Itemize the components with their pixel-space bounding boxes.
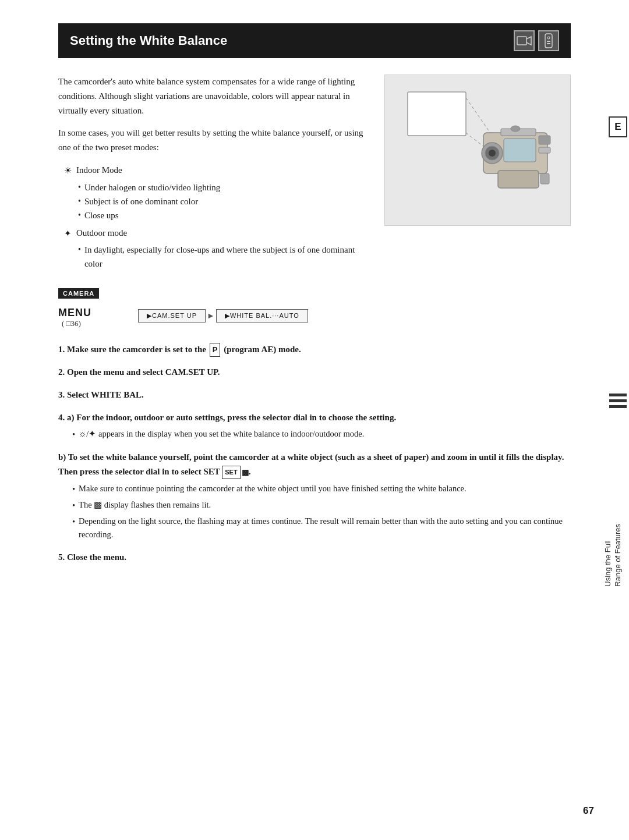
svg-rect-12 — [504, 139, 536, 162]
step-4b-sub-2: The ▩ display flashes then remains lit. — [72, 498, 571, 513]
p-symbol: P — [210, 343, 221, 356]
intro-text: The camcorder's auto white balance syste… — [58, 75, 367, 274]
indoor-mode-label: Indoor Mode — [76, 163, 122, 178]
step-3: 3. Select WHITE BAL. — [58, 388, 571, 402]
intro-paragraph-2: In some cases, you will get better resul… — [58, 126, 367, 155]
outdoor-icon: ✦ — [64, 226, 72, 241]
main-content: Setting the White Balance — [58, 23, 582, 565]
outdoor-mode-item: ✦ Outdoor mode — [64, 226, 367, 241]
intro-section: The camcorder's auto white balance syste… — [58, 75, 571, 274]
step-1-num: 1. — [58, 345, 65, 354]
intro-paragraph-1: The camcorder's auto white balance syste… — [58, 75, 367, 118]
step-5-text: 5. Close the menu. — [58, 552, 126, 562]
step-5: 5. Close the menu. — [58, 550, 571, 565]
svg-rect-16 — [540, 173, 549, 184]
svg-point-18 — [511, 126, 520, 132]
step-2-text: 2. Open the menu and select CAM.SET UP. — [58, 367, 220, 377]
section-letter-e: E — [609, 116, 627, 137]
side-tab: E — [607, 116, 629, 408]
section-header: Setting the White Balance — [58, 23, 571, 58]
svg-rect-13 — [539, 136, 550, 144]
menu-label: MENU — [58, 307, 91, 319]
step-4a-sublist: ☼/✦ appears in the display when you set … — [72, 427, 571, 442]
svg-rect-5 — [408, 92, 466, 136]
indoor-sub-2: Subject is of one dominant color — [78, 194, 367, 208]
outdoor-mode-label: Outdoor mode — [76, 226, 127, 240]
page-number: 67 — [583, 805, 594, 817]
indoor-icon: ☀ — [64, 164, 72, 178]
step-4b-sub-3: Depending on the light source, the flash… — [72, 515, 571, 543]
header-icons — [514, 30, 559, 51]
step-4a-text: 4. a) For the indoor, outdoor or auto se… — [58, 413, 396, 422]
section-title: Setting the White Balance — [70, 33, 227, 48]
remote-icon — [538, 30, 559, 51]
step-3-text: 3. Select WHITE BAL. — [58, 390, 144, 399]
step-4b-sub-1: Make sure to continue pointing the camco… — [72, 482, 571, 497]
svg-rect-14 — [539, 147, 550, 153]
set-symbol: SET▩ — [222, 466, 248, 479]
menu-flow: ▶CAM.SET UP ► ▶WHITE BAL.···AUTO — [138, 309, 308, 322]
menu-flow-arrow: ► — [207, 311, 215, 321]
svg-rect-15 — [498, 171, 539, 188]
svg-point-2 — [547, 37, 550, 39]
set-box: SET — [222, 466, 240, 479]
menu-section: CAMERA MENU ( □36) ▶CAM.SET UP ► ▶WHITE … — [58, 288, 571, 328]
indoor-sublist: Under halogen or studio/video lighting S… — [78, 180, 367, 222]
decorative-lines — [609, 394, 627, 408]
step-4a: 4. a) For the indoor, outdoor or auto se… — [58, 410, 571, 442]
step-1-text: Make sure the camcorder is set to the P … — [67, 345, 301, 354]
modes-list: ☀ Indoor Mode Under halogen or studio/vi… — [64, 163, 367, 271]
camera-badge: CAMERA — [58, 288, 571, 303]
menu-flow-item-2: ▶WHITE BAL.···AUTO — [216, 309, 308, 322]
page: E Using the Full Range of Features Setti… — [0, 0, 629, 840]
camcorder-image — [384, 75, 571, 226]
indoor-sub-1: Under halogen or studio/video lighting — [78, 180, 367, 194]
step-4a-sub-1: ☼/✦ appears in the display when you set … — [72, 427, 571, 442]
svg-rect-0 — [517, 37, 526, 45]
steps-section: 1. Make sure the camcorder is set to the… — [58, 342, 571, 565]
outdoor-sub-1: In daylight, especially for close-ups an… — [78, 243, 367, 271]
step-4a-sub-1-text: ☼/✦ appears in the display when you set … — [79, 427, 364, 441]
step-4b-sublist: Make sure to continue pointing the camco… — [72, 482, 571, 543]
indoor-mode-item: ☀ Indoor Mode — [64, 163, 367, 178]
svg-rect-4 — [547, 43, 550, 44]
svg-point-11 — [489, 150, 496, 157]
indoor-sub-3: Close ups — [78, 208, 367, 222]
menu-ref: ( □36) — [62, 319, 91, 328]
camcorder-illustration — [390, 80, 565, 220]
svg-rect-3 — [547, 41, 550, 42]
side-vertical-label: Using the Full Range of Features — [603, 524, 623, 587]
camcorder-icon — [514, 30, 535, 51]
step-1: 1. Make sure the camcorder is set to the… — [58, 342, 571, 357]
step-4b-text: b) To set the white balance yourself, po… — [58, 452, 564, 476]
outdoor-sublist: In daylight, especially for close-ups an… — [78, 243, 367, 271]
step-4b: b) To set the white balance yourself, po… — [58, 450, 571, 542]
step-2: 2. Open the menu and select CAM.SET UP. — [58, 365, 571, 380]
menu-flow-item-1: ▶CAM.SET UP — [138, 309, 206, 322]
svg-line-6 — [466, 98, 492, 136]
